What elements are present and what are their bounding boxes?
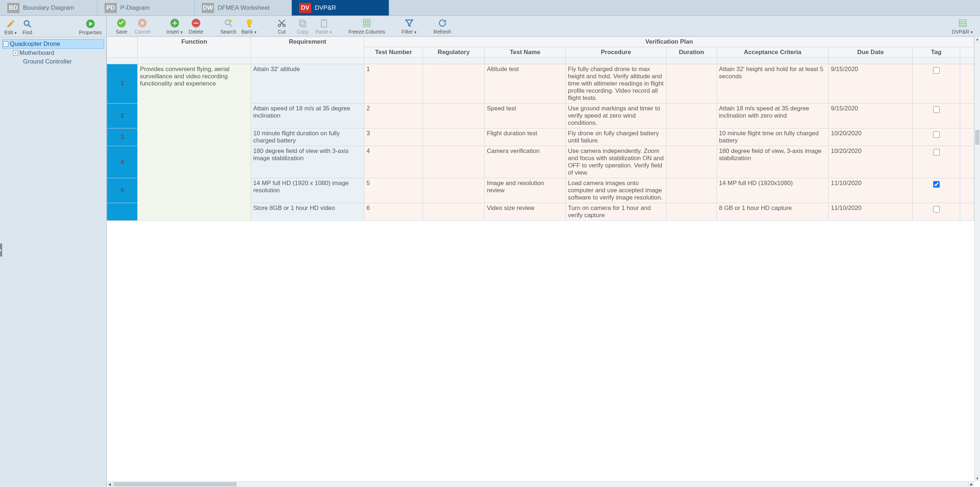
cell-acceptance[interactable]: 8 GB or 1 hour HD capture	[717, 203, 829, 221]
scroll-right-icon[interactable]: ▶	[969, 482, 974, 487]
row-number[interactable]	[107, 203, 138, 221]
tree-root[interactable]: − Quadcopter Drone	[2, 39, 104, 49]
expand-icon[interactable]: +	[13, 51, 18, 56]
table-row[interactable]: 1Provides convenient flying, aerial surv…	[107, 64, 974, 104]
cell-acceptance[interactable]: Attain 18 m/s speed at 35 degree inclina…	[717, 104, 829, 128]
save-button[interactable]: Save	[113, 18, 130, 35]
grid-corner[interactable]	[107, 37, 138, 58]
cell-test-name[interactable]: Video size review	[485, 203, 566, 221]
col-duration[interactable]: Duration	[666, 47, 717, 58]
cell-regulatory[interactable]	[423, 128, 485, 146]
tree-item-motherboard[interactable]: + Motherboard	[2, 49, 104, 57]
dvpr-menu-button[interactable]: DVP&R▼	[952, 18, 974, 35]
refresh-button[interactable]: Refresh	[433, 18, 451, 35]
cell-test-name[interactable]: Flight duration test	[485, 128, 566, 146]
row-number[interactable]: 5	[107, 178, 138, 203]
col-regulatory[interactable]: Regulatory	[423, 47, 485, 58]
cell-extra[interactable]	[960, 203, 974, 221]
find-button[interactable]: Find	[22, 19, 32, 35]
cell-procedure[interactable]: Use ground markings and timer to verify …	[566, 104, 667, 128]
cell-test-number[interactable]: 4	[364, 146, 423, 178]
filter-row[interactable]	[107, 58, 974, 64]
cell-due-date[interactable]: 10/20/2020	[829, 128, 913, 146]
cell-function[interactable]: Provides convenient flying, aerial surve…	[138, 64, 251, 221]
cell-regulatory[interactable]	[423, 64, 485, 104]
col-function[interactable]: Function	[138, 37, 251, 58]
scroll-up-icon[interactable]: ▲	[975, 37, 980, 42]
cell-extra[interactable]	[960, 104, 974, 128]
cell-acceptance[interactable]: 14 MP full HD (1920x1080)	[717, 178, 829, 203]
col-procedure[interactable]: Procedure	[566, 47, 667, 58]
cell-regulatory[interactable]	[423, 178, 485, 203]
row-number[interactable]: 4	[107, 146, 138, 178]
cell-due-date[interactable]: 10/20/2020	[829, 146, 913, 178]
cell-test-number[interactable]: 1	[364, 64, 423, 104]
col-acceptance[interactable]: Acceptance Criteria	[717, 47, 829, 58]
cell-duration[interactable]	[666, 64, 717, 104]
row-number[interactable]: 2	[107, 104, 138, 128]
row-number[interactable]: 3	[107, 128, 138, 146]
cell-due-date[interactable]: 9/15/2020	[829, 104, 913, 128]
tree-item-ground-controller[interactable]: Ground Controller	[2, 57, 104, 66]
cell-extra[interactable]	[960, 178, 974, 203]
cell-tag[interactable]	[913, 64, 960, 104]
cell-duration[interactable]	[666, 104, 717, 128]
cell-duration[interactable]	[666, 178, 717, 203]
cell-due-date[interactable]: 11/10/2020	[829, 178, 913, 203]
filter-button[interactable]: Filter▼	[401, 18, 418, 35]
cut-button[interactable]: Cut	[274, 18, 290, 35]
cell-test-name[interactable]: Image and resolution review	[485, 178, 566, 203]
tag-checkbox[interactable]	[933, 149, 940, 155]
cell-test-name[interactable]: Speed test	[485, 104, 566, 128]
cell-duration[interactable]	[666, 128, 717, 146]
tag-checkbox[interactable]	[933, 181, 940, 188]
col-extra[interactable]	[960, 47, 974, 58]
vertical-scrollbar[interactable]: ▲ ▼	[974, 37, 980, 481]
col-tag[interactable]: Tag	[913, 47, 960, 58]
cell-regulatory[interactable]	[423, 203, 485, 221]
tab-p-diagram[interactable]: PD P-Diagram	[97, 0, 194, 16]
cell-due-date[interactable]: 9/15/2020	[829, 64, 913, 104]
cell-requirement[interactable]: 10 minute flight duration on fully charg…	[251, 128, 364, 146]
cell-test-name[interactable]: Altitude test	[485, 64, 566, 104]
cell-procedure[interactable]: Fly drone on fully charged battery until…	[566, 128, 667, 146]
col-test-name[interactable]: Test Name	[485, 47, 566, 58]
cell-procedure[interactable]: Load camera images onto computer and use…	[566, 178, 667, 203]
cell-duration[interactable]	[666, 146, 717, 178]
cell-extra[interactable]	[960, 64, 974, 104]
cell-acceptance[interactable]: 10 minute flight time on fully charged b…	[717, 128, 829, 146]
scroll-thumb[interactable]	[114, 482, 236, 486]
cell-regulatory[interactable]	[423, 146, 485, 178]
cell-procedure[interactable]: Use camera independently. Zoom and focus…	[566, 146, 667, 178]
cell-requirement[interactable]: Store 8GB or 1 hour HD video	[251, 203, 364, 221]
cell-requirement[interactable]: 180 degree field of view with 3-axis ima…	[251, 146, 364, 178]
cell-requirement[interactable]: 14 MP full HD (1920 x 1080) image resolu…	[251, 178, 364, 203]
col-test-number[interactable]: Test Number	[364, 47, 423, 58]
tag-checkbox[interactable]	[933, 67, 940, 73]
tag-checkbox[interactable]	[933, 131, 940, 138]
tab-boundary-diagram[interactable]: BD Boundary Diagram	[0, 0, 97, 16]
row-number[interactable]: 1	[107, 64, 138, 104]
col-due-date[interactable]: Due Date	[829, 47, 913, 58]
insert-button[interactable]: Insert▼	[167, 18, 183, 35]
cell-tag[interactable]	[913, 203, 960, 221]
delete-button[interactable]: Delete	[188, 18, 204, 35]
tab-dvpr[interactable]: DV DVP&R	[292, 0, 389, 16]
cell-requirement[interactable]: Attain 32' altitude	[251, 64, 364, 104]
collapse-icon[interactable]: −	[3, 42, 8, 46]
cell-tag[interactable]	[913, 146, 960, 178]
cell-test-number[interactable]: 3	[364, 128, 423, 146]
horizontal-scrollbar[interactable]: ◀ ▶	[107, 481, 974, 487]
edit-button[interactable]: Edit▼	[4, 19, 17, 35]
cell-extra[interactable]	[960, 146, 974, 178]
cell-due-date[interactable]: 11/10/2020	[829, 203, 913, 221]
scroll-left-icon[interactable]: ◀	[107, 482, 112, 487]
scroll-down-icon[interactable]: ▼	[975, 476, 980, 481]
cell-procedure[interactable]: Turn on camera for 1 hour and verify cap…	[566, 203, 667, 221]
cell-acceptance[interactable]: Attain 32' height and hold for at least …	[717, 64, 829, 104]
col-group-verification[interactable]: Verification Plan	[364, 37, 974, 47]
tag-checkbox[interactable]	[933, 206, 940, 212]
cell-tag[interactable]	[913, 128, 960, 146]
cell-test-number[interactable]: 5	[364, 178, 423, 203]
cell-extra[interactable]	[960, 128, 974, 146]
